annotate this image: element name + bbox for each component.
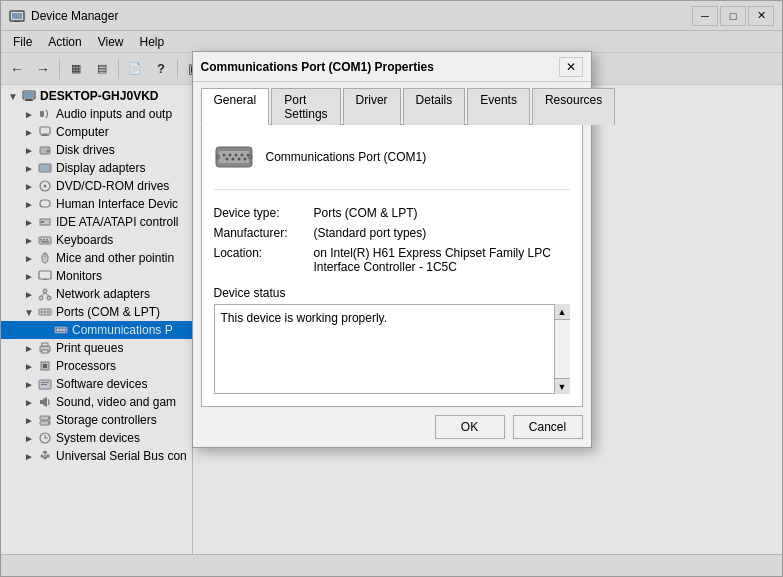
device-status-container: This device is working properly. ▲ ▼ xyxy=(214,304,570,394)
tabs-bar: General Port Settings Driver Details Eve… xyxy=(193,82,591,124)
location-value: on Intel(R) H61 Express Chipset Family L… xyxy=(314,246,570,274)
device-big-icon xyxy=(214,137,254,177)
tab-resources[interactable]: Resources xyxy=(532,88,615,125)
prop-row-type: Device type: Ports (COM & LPT) xyxy=(214,206,570,220)
dialog-overlay: Communications Port (COM1) Properties ✕ … xyxy=(1,1,782,576)
svg-point-63 xyxy=(225,158,228,161)
ok-button[interactable]: OK xyxy=(435,415,505,439)
device-name: Communications Port (COM1) xyxy=(266,150,427,164)
cancel-button[interactable]: Cancel xyxy=(513,415,583,439)
svg-point-60 xyxy=(234,154,237,157)
svg-rect-57 xyxy=(219,151,249,163)
device-status-section: Device status This device is working pro… xyxy=(214,286,570,394)
tab-port-settings[interactable]: Port Settings xyxy=(271,88,340,125)
prop-row-manufacturer: Manufacturer: (Standard port types) xyxy=(214,226,570,240)
tab-events[interactable]: Events xyxy=(467,88,530,125)
prop-row-location: Location: on Intel(R) H61 Express Chipse… xyxy=(214,246,570,274)
tab-driver[interactable]: Driver xyxy=(343,88,401,125)
device-header: Communications Port (COM1) xyxy=(214,137,570,190)
dialog-title: Communications Port (COM1) Properties xyxy=(201,60,559,74)
scroll-track xyxy=(555,320,570,378)
svg-point-66 xyxy=(243,158,246,161)
svg-point-65 xyxy=(237,158,240,161)
svg-point-64 xyxy=(231,158,234,161)
svg-point-59 xyxy=(228,154,231,157)
scroll-down-btn[interactable]: ▼ xyxy=(555,378,570,394)
device-status-label: Device status xyxy=(214,286,570,300)
manufacturer-label: Manufacturer: xyxy=(214,226,314,240)
device-type-value: Ports (COM & LPT) xyxy=(314,206,570,220)
location-label: Location: xyxy=(214,246,314,274)
tab-details[interactable]: Details xyxy=(403,88,466,125)
device-status-text: This device is working properly. xyxy=(214,304,570,394)
properties-table: Device type: Ports (COM & LPT) Manufactu… xyxy=(214,206,570,274)
scrollbar[interactable]: ▲ ▼ xyxy=(554,304,570,394)
properties-dialog: Communications Port (COM1) Properties ✕ … xyxy=(192,51,592,448)
device-type-label: Device type: xyxy=(214,206,314,220)
manufacturer-value: (Standard port types) xyxy=(314,226,570,240)
scroll-up-btn[interactable]: ▲ xyxy=(555,304,570,320)
dialog-content: Communications Port (COM1) Device type: … xyxy=(201,124,583,407)
dialog-close-button[interactable]: ✕ xyxy=(559,57,583,77)
svg-point-67 xyxy=(216,155,220,159)
svg-point-58 xyxy=(222,154,225,157)
dialog-title-bar: Communications Port (COM1) Properties ✕ xyxy=(193,52,591,82)
dialog-footer: OK Cancel xyxy=(193,407,591,447)
svg-point-61 xyxy=(240,154,243,157)
main-window: Device Manager ─ □ ✕ File Action View He… xyxy=(0,0,783,577)
tab-general[interactable]: General xyxy=(201,88,270,125)
svg-point-68 xyxy=(248,155,252,159)
